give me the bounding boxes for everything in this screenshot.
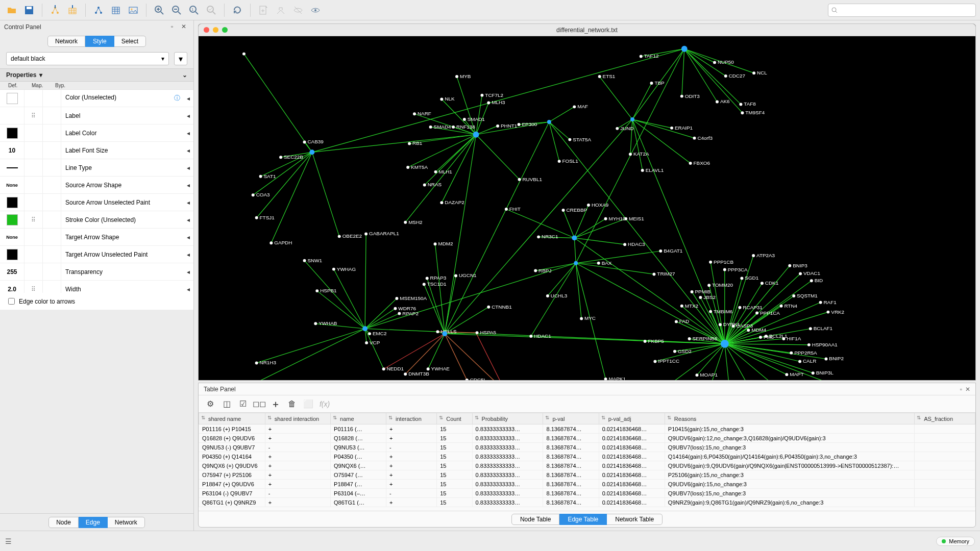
collapse-icon[interactable]: ⌄ xyxy=(182,71,187,79)
property-default[interactable] xyxy=(0,246,24,263)
property-mapping[interactable] xyxy=(24,124,43,141)
property-mapping[interactable]: ⠿ xyxy=(24,281,43,293)
import-network-icon[interactable] xyxy=(47,3,63,18)
property-row[interactable]: 2.0⠿Width◂ xyxy=(0,281,193,293)
chevron-right-icon[interactable]: ◂ xyxy=(183,234,193,241)
property-row[interactable]: Label Color◂ xyxy=(0,124,193,142)
table-row[interactable]: O75947 (+) P25106+O75947 (…+150.83333333… xyxy=(199,470,975,480)
property-mapping[interactable] xyxy=(24,142,43,159)
zoom-in-icon[interactable] xyxy=(152,3,167,18)
new-network-icon[interactable] xyxy=(256,3,271,18)
column-header[interactable]: ⇅AS_fraction xyxy=(915,413,975,424)
delete-icon[interactable]: 🗑 xyxy=(286,398,298,410)
property-mapping[interactable]: ⠿ xyxy=(24,107,43,124)
property-row[interactable]: ⠿Label◂ xyxy=(0,107,193,124)
chevron-right-icon[interactable]: ◂ xyxy=(183,182,193,189)
info-icon[interactable]: ⓘ xyxy=(174,94,180,103)
zoom-out-icon[interactable] xyxy=(169,3,184,18)
property-default[interactable] xyxy=(0,90,24,107)
tab-edge-table[interactable]: Edge Table xyxy=(559,514,607,525)
tab-style[interactable]: Style xyxy=(85,36,114,47)
tab-node[interactable]: Node xyxy=(48,517,79,528)
property-mapping[interactable] xyxy=(24,263,43,280)
select-all-icon[interactable]: ☑ xyxy=(237,398,249,410)
zoom-fit-icon[interactable]: 1 xyxy=(186,3,202,18)
property-default[interactable] xyxy=(0,159,24,176)
toolbar-search[interactable] xyxy=(828,4,976,17)
chevron-right-icon[interactable]: ◂ xyxy=(183,147,193,154)
property-default[interactable] xyxy=(0,211,24,228)
property-row[interactable]: NoneSource Arrow Shape◂ xyxy=(0,177,193,194)
link-icon[interactable]: ⬜ xyxy=(303,398,314,410)
property-mapping[interactable] xyxy=(24,177,43,193)
network-canvas[interactable]: CAB39SEC22BSAT1COA3FTSJ1GAPDHSNW1HSPB1YW… xyxy=(199,36,975,381)
property-default[interactable]: 2.0 xyxy=(0,281,24,293)
column-header[interactable]: ⇅name xyxy=(331,413,386,424)
chevron-right-icon[interactable]: ◂ xyxy=(183,199,193,206)
tab-network-table[interactable]: Network Table xyxy=(607,514,663,525)
column-header[interactable]: ⇅p-val_adj xyxy=(599,413,665,424)
property-row[interactable]: Line Type◂ xyxy=(0,159,193,177)
property-default[interactable]: 255 xyxy=(0,263,24,280)
property-bypass[interactable] xyxy=(43,90,61,107)
property-bypass[interactable] xyxy=(43,124,61,141)
property-default[interactable]: 10 xyxy=(0,142,24,159)
property-row[interactable]: 10Label Font Size◂ xyxy=(0,142,193,159)
column-header[interactable]: ⇅shared name xyxy=(199,413,265,424)
chevron-right-icon[interactable]: ◂ xyxy=(183,95,193,102)
property-bypass[interactable] xyxy=(43,229,61,245)
property-bypass[interactable] xyxy=(43,263,61,280)
show-panel-icon[interactable]: ☰ xyxy=(5,537,12,545)
property-default[interactable] xyxy=(0,194,24,211)
style-options-button[interactable]: ▾ xyxy=(174,52,187,65)
import-table-icon[interactable] xyxy=(65,3,80,18)
property-bypass[interactable] xyxy=(43,194,61,211)
property-mapping[interactable] xyxy=(24,246,43,263)
property-default[interactable] xyxy=(0,107,24,124)
properties-header[interactable]: Properties xyxy=(6,71,36,79)
column-header[interactable]: ⇅p-val xyxy=(543,413,599,424)
property-row[interactable]: ⠿Stroke Color (Unselected)◂ xyxy=(0,211,193,229)
memory-indicator[interactable]: Memory xyxy=(936,537,975,546)
table-row[interactable]: Q9NU53 (-) Q9UBV7-Q9NU53 (…-150.83333333… xyxy=(199,443,975,452)
table-row[interactable]: Q16828 (+) Q9UDV6+Q16828 (…+150.83333333… xyxy=(199,434,975,443)
column-header[interactable]: ⇅Count xyxy=(437,413,472,424)
reload-icon[interactable] xyxy=(230,3,245,18)
chevron-right-icon[interactable]: ◂ xyxy=(183,112,193,119)
column-header[interactable]: ⇅Probability xyxy=(472,413,543,424)
export-network-icon[interactable] xyxy=(91,3,106,18)
save-icon[interactable] xyxy=(21,3,37,18)
hide-selected-icon[interactable] xyxy=(290,3,306,18)
property-mapping[interactable] xyxy=(24,159,43,176)
chevron-right-icon[interactable]: ◂ xyxy=(183,216,193,223)
chevron-right-icon[interactable]: ◂ xyxy=(183,286,193,293)
columns-icon[interactable]: ◫ xyxy=(221,398,232,410)
tab-network[interactable]: Network xyxy=(47,36,85,47)
close-icon[interactable]: ✕ xyxy=(181,23,189,31)
zoom-selected-icon[interactable] xyxy=(204,3,219,18)
search-input[interactable] xyxy=(841,7,972,14)
table-row[interactable]: P01116 (+) P10415+P01116 (…+150.83333333… xyxy=(199,424,975,434)
column-header[interactable]: ⇅interaction xyxy=(386,413,437,424)
tab-network-bottom[interactable]: Network xyxy=(108,517,145,528)
property-bypass[interactable] xyxy=(43,159,61,176)
column-header[interactable]: ⇅shared interaction xyxy=(265,413,330,424)
chevron-right-icon[interactable]: ◂ xyxy=(183,164,193,171)
deselect-icon[interactable]: ◻◻ xyxy=(254,398,265,410)
property-row[interactable]: Target Arrow Unselected Paint◂ xyxy=(0,246,193,263)
edge-color-arrows-checkbox[interactable] xyxy=(8,298,15,305)
property-row[interactable]: 255Transparency◂ xyxy=(0,263,193,281)
column-header[interactable]: ⇅Reasons xyxy=(665,413,914,424)
function-builder[interactable]: f(x) xyxy=(319,398,330,410)
first-neighbors-icon[interactable] xyxy=(273,3,288,18)
tab-node-table[interactable]: Node Table xyxy=(511,514,560,525)
property-bypass[interactable] xyxy=(43,107,61,124)
tab-edge[interactable]: Edge xyxy=(79,517,108,528)
show-all-icon[interactable] xyxy=(308,3,323,18)
table-row[interactable]: P04350 (+) Q14164+P04350 (…+150.83333333… xyxy=(199,452,975,461)
float-icon[interactable]: ▫ xyxy=(960,386,962,393)
add-icon[interactable]: ＋ xyxy=(270,398,281,410)
chevron-right-icon[interactable]: ◂ xyxy=(183,268,193,276)
table-grid[interactable]: ⇅shared name⇅shared interaction⇅name⇅int… xyxy=(199,413,975,511)
chevron-right-icon[interactable]: ◂ xyxy=(183,251,193,258)
